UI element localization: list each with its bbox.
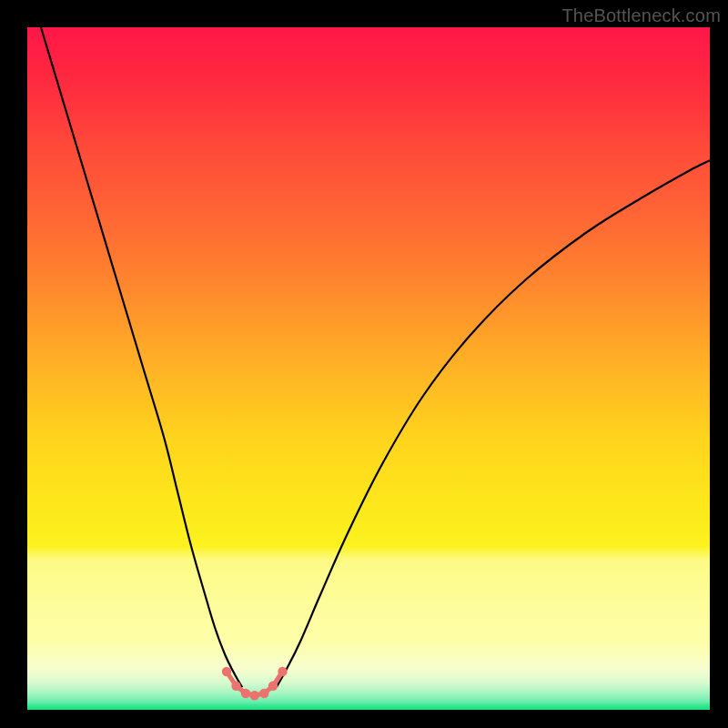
watermark-text: TheBottleneck.com bbox=[561, 5, 721, 26]
trough-point bbox=[268, 682, 278, 691]
curve-left-branch bbox=[41, 27, 242, 687]
trough-point bbox=[250, 691, 259, 700]
chart-stage: TheBottleneck.com bbox=[0, 0, 728, 728]
trough-point bbox=[259, 689, 268, 698]
trough-point bbox=[278, 667, 287, 676]
curve-right-branch bbox=[277, 160, 710, 687]
trough-point bbox=[241, 689, 250, 698]
trough-point bbox=[231, 682, 240, 691]
curve-overlay bbox=[27, 27, 710, 710]
trough-point bbox=[222, 667, 231, 676]
